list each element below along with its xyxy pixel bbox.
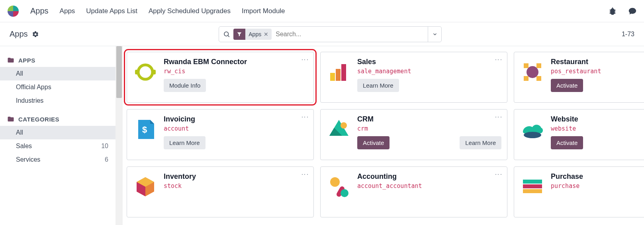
- filter-chip[interactable]: Apps ✕: [245, 29, 272, 40]
- svg-rect-4: [330, 73, 335, 81]
- app-name: Rwanda EBM Connector: [164, 58, 308, 66]
- sidebar-item-official[interactable]: Official Apps: [0, 80, 115, 94]
- nav-update-apps[interactable]: Update Apps List: [86, 7, 137, 15]
- svg-rect-5: [336, 69, 341, 81]
- kebab-icon[interactable]: ⋮: [301, 113, 309, 120]
- kebab-icon[interactable]: ⋮: [301, 171, 309, 178]
- module-info-button[interactable]: Module Info: [164, 79, 206, 92]
- app-tech-name: rw_cis: [164, 68, 308, 75]
- sidebar-item-services[interactable]: Services6: [0, 153, 115, 166]
- learn-more-button[interactable]: Learn More: [460, 136, 501, 149]
- sidebar-item-industries[interactable]: Industries: [0, 94, 115, 108]
- app-card[interactable]: $InvoicingaccountLearn More⋮: [127, 109, 314, 160]
- kebab-icon[interactable]: ⋮: [494, 171, 503, 178]
- activate-button[interactable]: Activate: [551, 136, 583, 149]
- app-tech-name: purchase: [551, 182, 644, 190]
- cards-grid: Rwanda EBM Connectorrw_cisModule Info⋮Sa…: [127, 52, 640, 217]
- svg-rect-10: [536, 76, 541, 81]
- subbar: Apps Apps ✕ 1-73: [0, 22, 644, 46]
- svg-text:$: $: [142, 125, 147, 135]
- app-name: Website: [551, 115, 644, 123]
- folder-icon: [7, 115, 14, 123]
- kebab-icon[interactable]: ⋮: [494, 113, 503, 120]
- svg-rect-9: [524, 76, 529, 81]
- svg-point-11: [527, 66, 538, 78]
- sidebar-section-label: CATEGORIES: [18, 116, 59, 123]
- scrollbar[interactable]: [115, 46, 123, 225]
- app-card[interactable]: Purchasepurchase⋮: [514, 166, 644, 217]
- svg-point-14: [524, 132, 541, 138]
- app-name: Accounting: [357, 172, 501, 181]
- app-tech-name: stock: [164, 182, 308, 190]
- content: Rwanda EBM Connectorrw_cisModule Info⋮Sa…: [123, 46, 644, 225]
- svg-rect-20: [523, 189, 542, 193]
- svg-point-13: [341, 122, 347, 129]
- search-icon[interactable]: [223, 31, 230, 38]
- gear-icon[interactable]: [32, 31, 39, 38]
- app-tech-name: account_accountant: [357, 182, 501, 190]
- svg-rect-19: [523, 184, 542, 188]
- app-icon: [326, 174, 352, 200]
- svg-rect-2: [135, 70, 138, 74]
- sidebar-item-all-apps[interactable]: All: [0, 67, 115, 80]
- svg-rect-7: [524, 63, 529, 68]
- filter-chip-icon: [233, 29, 245, 40]
- search-dropdown[interactable]: [428, 27, 441, 42]
- app-name: Purchase: [551, 172, 644, 181]
- app-icon: $: [133, 117, 158, 142]
- app-card[interactable]: Accountingaccount_accountant⋮: [320, 166, 507, 217]
- svg-rect-3: [153, 70, 156, 74]
- filter-remove-icon[interactable]: ✕: [264, 31, 268, 37]
- nav-import-module[interactable]: Import Module: [242, 7, 285, 15]
- pager[interactable]: 1-73: [622, 31, 634, 38]
- sidebar-section-apps: APPS: [0, 53, 115, 67]
- sidebar-item-sales[interactable]: Sales10: [0, 139, 115, 153]
- app-tech-name: crm: [357, 125, 501, 132]
- app-name: Inventory: [164, 172, 308, 181]
- sidebar: APPS All Official Apps Industries CATEGO…: [0, 46, 115, 225]
- app-card[interactable]: CRMcrmActivateLearn More⋮: [320, 109, 507, 160]
- kebab-icon[interactable]: ⋮: [494, 56, 503, 63]
- kebab-icon[interactable]: ⋮: [301, 56, 309, 63]
- app-card[interactable]: WebsitewebsiteActivate⋮: [514, 109, 644, 160]
- activate-button[interactable]: Activate: [551, 79, 583, 92]
- search-input[interactable]: [272, 31, 428, 38]
- app-card[interactable]: Rwanda EBM Connectorrw_cisModule Info⋮: [127, 52, 314, 103]
- app-tech-name: pos_restaurant: [551, 68, 644, 75]
- app-icon: [326, 117, 352, 142]
- filter-chip-label: Apps: [249, 31, 261, 37]
- app-tech-name: account: [164, 125, 308, 132]
- chat-icon[interactable]: [628, 7, 637, 16]
- app-icon: [133, 174, 158, 200]
- sidebar-item-all-cat[interactable]: All: [0, 126, 115, 139]
- main: APPS All Official Apps Industries CATEGO…: [0, 46, 644, 225]
- search-box: Apps ✕: [219, 26, 442, 42]
- nav-apps[interactable]: Apps: [60, 7, 75, 15]
- brand-title[interactable]: Apps: [30, 6, 49, 16]
- learn-more-button[interactable]: Learn More: [164, 136, 206, 149]
- app-card[interactable]: Restaurantpos_restaurantActivate⋮: [514, 52, 644, 103]
- app-logo: [7, 5, 19, 17]
- app-card[interactable]: Inventorystock⋮: [127, 166, 314, 217]
- svg-rect-6: [341, 64, 346, 81]
- activate-button[interactable]: Activate: [357, 136, 390, 149]
- app-tech-name: website: [551, 125, 644, 132]
- funnel-icon: [237, 31, 242, 37]
- svg-point-17: [341, 189, 348, 197]
- bug-icon[interactable]: [608, 7, 617, 16]
- learn-more-button[interactable]: Learn More: [357, 79, 399, 92]
- chevron-down-icon: [432, 31, 438, 37]
- sidebar-section-categories: CATEGORIES: [0, 112, 115, 126]
- svg-rect-8: [536, 63, 541, 68]
- topbar: Apps Apps Update Apps List Apply Schedul…: [0, 0, 644, 22]
- svg-rect-18: [523, 180, 542, 184]
- app-name: Invoicing: [164, 115, 308, 123]
- app-icon: [133, 59, 158, 85]
- app-card[interactable]: Salessale_managementLearn More⋮: [320, 52, 507, 103]
- app-icon: [520, 117, 545, 142]
- nav-apply-upgrades[interactable]: Apply Scheduled Upgrades: [149, 7, 231, 15]
- scrollbar-thumb[interactable]: [116, 46, 122, 98]
- sidebar-section-label: APPS: [18, 57, 35, 64]
- app-name: Sales: [357, 58, 501, 66]
- folder-icon: [7, 57, 14, 64]
